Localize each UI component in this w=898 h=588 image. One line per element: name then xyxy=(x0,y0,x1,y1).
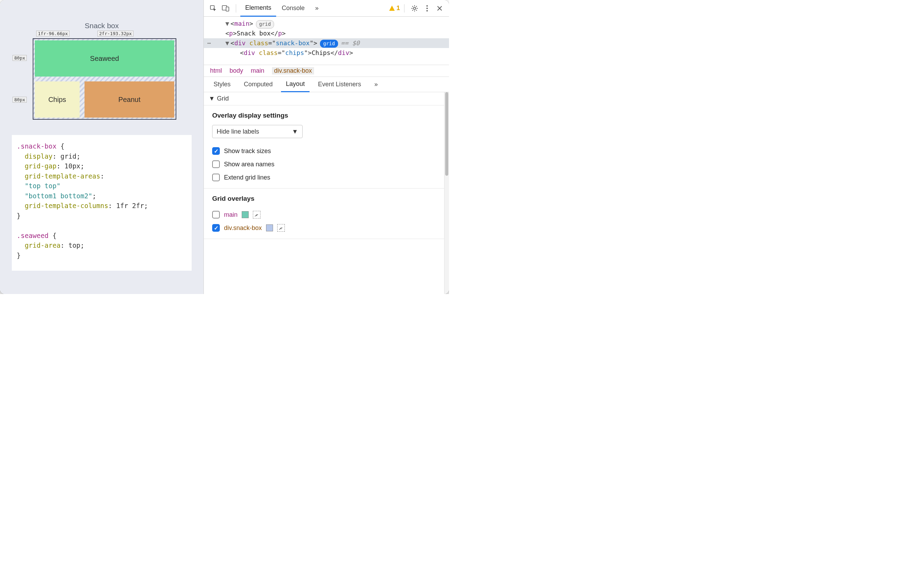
tabs-overflow[interactable]: » xyxy=(310,0,323,16)
dom-tree-row[interactable]: <div class="chips">Chips</div> xyxy=(206,48,445,58)
inspect-icon[interactable] xyxy=(207,3,219,14)
devtools-pane: Elements Console » 1 ▼<main>grid<p>Snack… xyxy=(203,0,449,294)
track-size-col2: 2fr·193.32px xyxy=(97,31,134,37)
grid-overlay-label[interactable]: main xyxy=(224,211,238,219)
dom-tree-row[interactable]: ▼<div class="snack-box">grid== $0 xyxy=(204,38,449,48)
breadcrumb-item[interactable]: html xyxy=(210,67,222,74)
grid-section-label: Grid xyxy=(217,95,229,102)
breadcrumb-current[interactable]: div.snack-box xyxy=(272,67,314,74)
select-value: Hide line labels xyxy=(217,128,259,135)
styles-subtabs: Styles Computed Layout Event Listeners » xyxy=(204,77,449,92)
subtab-layout[interactable]: Layout xyxy=(281,77,309,92)
toolbar-separator xyxy=(404,4,404,12)
warning-badge[interactable]: 1 xyxy=(389,5,400,12)
grid-section-header[interactable]: ▼ Grid xyxy=(204,92,444,105)
scrollbar-thumb[interactable] xyxy=(445,92,448,176)
gear-icon[interactable] xyxy=(409,3,420,14)
checkbox[interactable] xyxy=(212,211,220,219)
overlay-color-swatch[interactable] xyxy=(266,225,273,231)
overlay-highlight-icon[interactable] xyxy=(277,224,285,232)
dom-tree-row[interactable]: <p>Snack box</p> xyxy=(206,29,445,38)
toolbar-separator xyxy=(236,4,236,12)
grid-cell-seaweed: Seaweed xyxy=(35,40,174,77)
svg-point-3 xyxy=(414,7,416,9)
overlay-option-label: Extend grid lines xyxy=(224,174,270,181)
css-code-panel[interactable]: .snack-box { display: grid; grid-gap: 10… xyxy=(12,135,192,271)
devtools-window: Snack box 1fr·96.66px 2fr·193.32px 80px … xyxy=(0,0,449,294)
subtab-computed[interactable]: Computed xyxy=(239,77,278,92)
dom-tree[interactable]: ▼<main>grid<p>Snack box</p>▼<div class="… xyxy=(204,17,449,65)
breadcrumb-item[interactable]: main xyxy=(251,67,264,74)
devtools-toolbar: Elements Console » 1 xyxy=(204,0,449,17)
snack-box-grid-wrap: 1fr·96.66px 2fr·193.32px 80px 80px Seawe… xyxy=(33,38,176,120)
line-labels-select[interactable]: Hide line labels ▼ xyxy=(212,125,303,138)
breadcrumb[interactable]: html body main div.snack-box xyxy=(204,65,449,77)
overlay-option-row[interactable]: Show area names xyxy=(212,158,436,171)
grid-overlay-label[interactable]: div.snack-box xyxy=(224,225,262,232)
device-toggle-icon[interactable] xyxy=(220,3,232,14)
svg-point-6 xyxy=(426,10,428,11)
tab-elements[interactable]: Elements xyxy=(240,0,276,17)
overlay-option-row[interactable]: Extend grid lines xyxy=(212,171,436,184)
page-title: Snack box xyxy=(12,22,192,30)
overlay-settings-heading: Overlay display settings xyxy=(212,112,436,119)
track-size-col1: 1fr·96.66px xyxy=(36,31,69,37)
warning-count: 1 xyxy=(397,5,400,12)
close-icon[interactable] xyxy=(434,3,446,14)
scrollbar[interactable] xyxy=(444,92,449,294)
grid-cell-peanut: Peanut xyxy=(85,82,174,118)
kebab-icon[interactable] xyxy=(421,3,433,14)
rendered-page-pane: Snack box 1fr·96.66px 2fr·193.32px 80px … xyxy=(0,0,203,294)
track-size-row2: 80px xyxy=(12,97,27,103)
subtab-styles[interactable]: Styles xyxy=(209,77,235,92)
checkbox[interactable] xyxy=(212,147,220,155)
checkbox[interactable] xyxy=(212,160,220,168)
overlay-color-swatch[interactable] xyxy=(242,211,249,218)
overlay-option-label: Show track sizes xyxy=(224,148,271,155)
track-size-row1: 80px xyxy=(12,55,27,61)
grid-overlays-section: Grid overlays main div.snack-box xyxy=(204,189,444,239)
checkbox[interactable] xyxy=(212,174,220,181)
overlay-highlight-icon[interactable] xyxy=(253,211,260,219)
layout-panel-scroll[interactable]: ▼ Grid Overlay display settings Hide lin… xyxy=(204,92,444,294)
grid-overlays-heading: Grid overlays xyxy=(212,195,436,203)
disclosure-triangle-icon: ▼ xyxy=(209,95,215,102)
overlay-option-row[interactable]: Show track sizes xyxy=(212,145,436,158)
grid-cell-chips: Chips xyxy=(35,82,80,118)
overlay-display-settings: Overlay display settings Hide line label… xyxy=(204,105,444,189)
subtabs-overflow[interactable]: » xyxy=(369,77,383,92)
grid-overlay-row[interactable]: main xyxy=(212,208,436,221)
breadcrumb-item[interactable]: body xyxy=(229,67,243,74)
overlay-option-label: Show area names xyxy=(224,161,274,168)
subtab-event-listeners[interactable]: Event Listeners xyxy=(313,77,366,92)
svg-rect-2 xyxy=(226,7,229,11)
svg-point-5 xyxy=(426,8,428,9)
tab-console[interactable]: Console xyxy=(277,0,309,16)
checkbox[interactable] xyxy=(212,224,220,232)
svg-point-4 xyxy=(426,5,428,7)
chevron-down-icon: ▼ xyxy=(292,128,298,135)
dom-tree-row[interactable]: ▼<main>grid xyxy=(206,19,445,29)
layout-panel: ▼ Grid Overlay display settings Hide lin… xyxy=(204,92,449,294)
snack-box-grid[interactable]: Seaweed Chips Peanut xyxy=(33,38,176,120)
grid-overlay-row[interactable]: div.snack-box xyxy=(212,221,436,234)
